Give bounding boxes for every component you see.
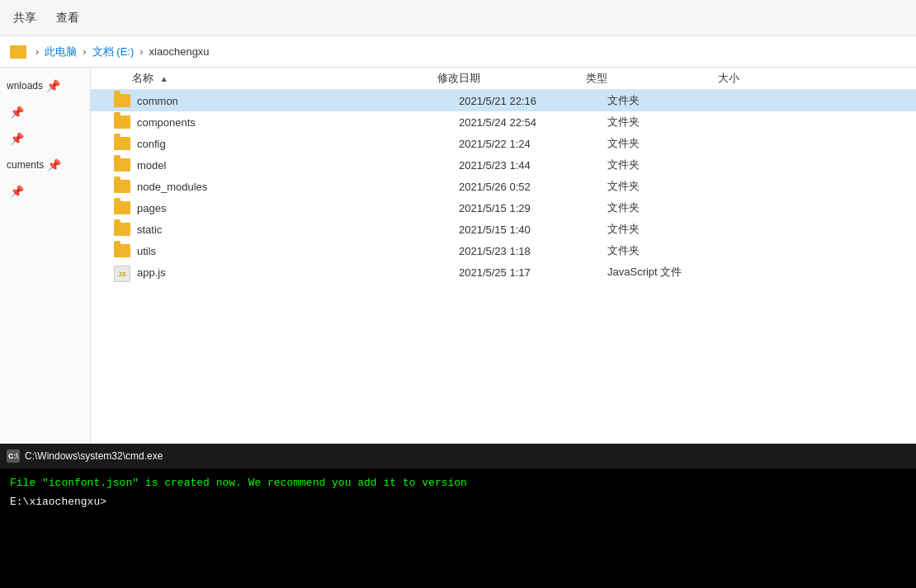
sidebar-item-5[interactable]: 📌 — [0, 180, 90, 203]
folder-icon — [114, 201, 130, 214]
sidebar-item-documents[interactable]: cuments 📌 — [0, 153, 90, 176]
col-header-date[interactable]: 修改日期 — [437, 71, 586, 86]
cmd-body: File "iconfont.json" is created now. We … — [0, 468, 916, 518]
file-name: config — [137, 138, 459, 150]
file-type: 文件夹 — [607, 136, 739, 151]
folder-icon — [10, 45, 26, 59]
cmd-prompt[interactable]: E:\xiaochengxu> — [10, 492, 906, 511]
file-name: pages — [137, 202, 459, 214]
pin-icon-docs: 📌 — [47, 158, 61, 172]
cmd-title-text: C:\Windows\system32\cmd.exe — [25, 450, 909, 462]
table-row[interactable]: JS app.js 2021/5/25 1:17 JavaScript 文件 — [91, 261, 916, 283]
breadcrumb: › 此电脑 › 文档 (E:) › xiaochengxu — [0, 36, 916, 68]
pin-icon-2: 📌 — [10, 106, 24, 119]
table-row[interactable]: pages 2021/5/15 1:29 文件夹 — [91, 197, 916, 219]
file-date: 2021/5/24 22:54 — [459, 116, 607, 129]
cmd-output-line: File "iconfont.json" is created now. We … — [10, 475, 906, 492]
folder-icon — [114, 244, 130, 257]
folder-icon — [114, 115, 130, 129]
file-name: components — [137, 116, 459, 129]
table-row[interactable]: model 2021/5/23 1:44 文件夹 — [91, 154, 916, 176]
js-file-icon: JS — [114, 266, 130, 279]
sidebar-item-2[interactable]: 📌 — [0, 101, 90, 124]
breadcrumb-sep-2: › — [139, 45, 143, 58]
table-row[interactable]: static 2021/5/15 1:40 文件夹 — [91, 219, 916, 240]
table-row[interactable]: common 2021/5/21 22:16 文件夹 — [91, 90, 916, 111]
file-date: 2021/5/15 1:40 — [459, 223, 607, 236]
file-date: 2021/5/26 0:52 — [459, 181, 607, 193]
folder-icon — [114, 180, 130, 193]
file-type: 文件夹 — [607, 200, 739, 215]
folder-icon — [114, 137, 130, 150]
table-row[interactable]: config 2021/5/22 1:24 文件夹 — [91, 133, 916, 154]
table-row[interactable]: components 2021/5/24 22:54 文件夹 — [91, 111, 916, 133]
breadcrumb-sep-1: › — [83, 45, 86, 58]
sidebar-documents-label: cuments — [7, 159, 44, 171]
file-type: 文件夹 — [607, 93, 739, 108]
file-date: 2021/5/23 1:18 — [459, 245, 607, 257]
col-header-name[interactable]: 名称 ▲ — [91, 71, 437, 86]
folder-icon — [114, 94, 130, 107]
table-row[interactable]: node_modules 2021/5/26 0:52 文件夹 — [91, 176, 916, 197]
breadcrumb-drive[interactable]: 文档 (E:) — [92, 45, 135, 59]
file-name: static — [137, 223, 459, 236]
breadcrumb-sep-0: › — [35, 45, 39, 58]
sidebar-item-3[interactable]: 📌 — [0, 127, 90, 150]
file-type: JavaScript 文件 — [607, 265, 739, 280]
pin-icon-3: 📌 — [10, 132, 24, 145]
file-name: model — [137, 159, 459, 172]
breadcrumb-this-pc[interactable]: 此电脑 — [45, 45, 77, 59]
file-name: node_modules — [137, 181, 459, 193]
cmd-window: C:\ C:\Windows\system32\cmd.exe File "ic… — [0, 444, 916, 588]
col-header-type[interactable]: 类型 — [586, 71, 718, 86]
toolbar: 共享 查看 — [0, 0, 916, 36]
file-rows-container: common 2021/5/21 22:16 文件夹 components 20… — [91, 90, 916, 283]
file-type: 文件夹 — [607, 115, 739, 129]
breadcrumb-folder[interactable]: xiaochengxu — [149, 45, 210, 58]
file-name: common — [137, 95, 459, 107]
file-type: 文件夹 — [607, 158, 739, 172]
pin-icon-5: 📌 — [10, 185, 24, 198]
sidebar-downloads-label: wnloads — [7, 80, 43, 92]
cmd-icon: C:\ — [7, 449, 20, 463]
col-header-size[interactable]: 大小 — [718, 71, 784, 86]
file-type: 文件夹 — [607, 243, 739, 258]
file-date: 2021/5/23 1:44 — [459, 159, 607, 172]
sidebar-item-downloads[interactable]: wnloads 📌 — [0, 74, 90, 97]
column-headers: 名称 ▲ 修改日期 类型 大小 — [91, 68, 916, 90]
file-name: utils — [137, 245, 459, 257]
file-type: 文件夹 — [607, 222, 739, 237]
file-date: 2021/5/25 1:17 — [459, 266, 607, 279]
cmd-titlebar: C:\ C:\Windows\system32\cmd.exe — [0, 444, 916, 468]
pin-icon-downloads: 📌 — [46, 79, 60, 92]
folder-icon — [114, 158, 130, 172]
file-date: 2021/5/22 1:24 — [459, 138, 607, 150]
file-date: 2021/5/15 1:29 — [459, 202, 607, 214]
toolbar-share[interactable]: 共享 — [13, 11, 36, 26]
file-date: 2021/5/21 22:16 — [459, 95, 607, 107]
table-row[interactable]: utils 2021/5/23 1:18 文件夹 — [91, 240, 916, 261]
file-name: app.js — [137, 266, 459, 279]
sort-arrow: ▲ — [160, 74, 168, 83]
file-type: 文件夹 — [607, 179, 739, 194]
toolbar-view[interactable]: 查看 — [56, 11, 79, 26]
folder-icon — [114, 223, 130, 236]
